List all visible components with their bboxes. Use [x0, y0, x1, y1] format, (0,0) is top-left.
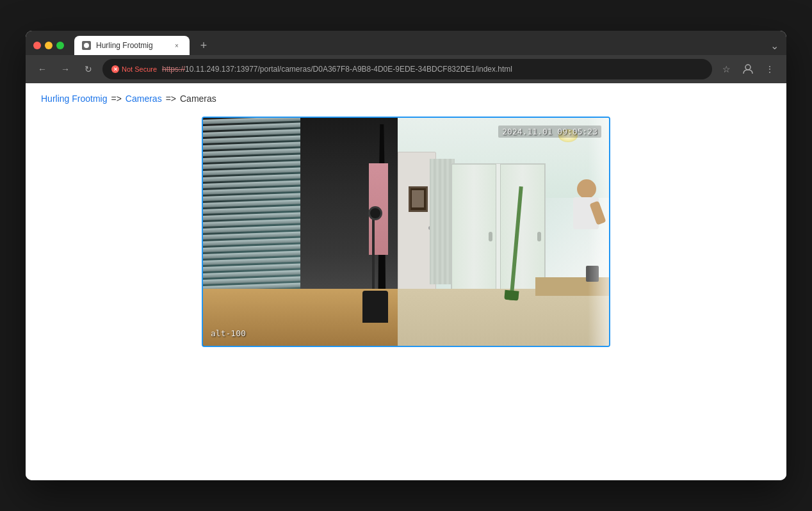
- reload-button[interactable]: ↻: [79, 60, 97, 78]
- fan-stand: [372, 209, 375, 300]
- breadcrumb-cameras-link[interactable]: Cameras: [126, 93, 162, 104]
- not-secure-label: Not Secure: [122, 65, 157, 73]
- active-tab[interactable]: Hurling Frootmig ×: [74, 36, 190, 55]
- breadcrumb: Hurling Frootmig => Cameras => Cameras: [41, 93, 771, 104]
- tab-favicon: [82, 41, 91, 50]
- closet-handle-left: [489, 232, 492, 241]
- url-bar-row: ← → ↻ ✕ Not Secure https://10.11.249.137…: [26, 55, 786, 83]
- closet: [451, 163, 546, 300]
- broom-head: [504, 290, 519, 301]
- camera-feed[interactable]: 2024.11.01 09:05:23 alt-100: [202, 117, 610, 347]
- url-bar[interactable]: ✕ Not Secure https://10.11.249.137:13977…: [102, 59, 712, 79]
- menu-button[interactable]: ⋮: [761, 60, 779, 78]
- breadcrumb-home-link[interactable]: Hurling Frootmig: [41, 93, 107, 104]
- forward-button[interactable]: →: [56, 60, 74, 78]
- camera-label-overlay: alt-100: [211, 328, 246, 338]
- person-figure: [563, 179, 605, 305]
- back-button[interactable]: ←: [33, 60, 51, 78]
- fan-head: [368, 206, 382, 220]
- url-bar-actions: ☆ ⋮: [717, 60, 779, 78]
- camera-container: 2024.11.01 09:05:23 alt-100: [41, 117, 771, 347]
- svg-point-0: [84, 43, 89, 48]
- close-button[interactable]: [33, 42, 41, 49]
- minimize-button[interactable]: [45, 42, 53, 49]
- closet-door-left: [451, 164, 496, 300]
- closet-handle-right: [537, 232, 541, 241]
- timestamp-overlay: 2024.11.01 09:05:23: [498, 126, 601, 138]
- url-text: https://10.11.249.137:13977/portal/camer…: [162, 65, 512, 74]
- camera-left-panel: [203, 118, 398, 346]
- not-secure-indicator: ✕ Not Secure: [111, 65, 157, 73]
- tab-row: Hurling Frootmig × + ⌄: [26, 31, 786, 55]
- picture-inner: [412, 190, 424, 207]
- svg-point-1: [745, 65, 751, 70]
- breadcrumb-sep-1: =>: [111, 93, 121, 104]
- bookmark-button[interactable]: ☆: [717, 60, 735, 78]
- page-content: Hurling Frootmig => Cameras => Cameras: [26, 83, 786, 480]
- tab-list-button[interactable]: ⌄: [770, 40, 779, 52]
- tab-close-button[interactable]: ×: [172, 40, 182, 51]
- camera-right-panel: [398, 118, 609, 346]
- browser-window: Hurling Frootmig × + ⌄ ← → ↻ ✕ Not Secur…: [26, 31, 786, 480]
- traffic-lights: [33, 42, 64, 49]
- tab-title-text: Hurling Frootmig: [96, 41, 166, 50]
- chair: [362, 291, 388, 323]
- url-protocol: https://: [162, 65, 185, 74]
- person-head: [577, 179, 596, 199]
- url-path: 10.11.249.137:13977/portal/cameras/D0A36…: [185, 65, 512, 74]
- breadcrumb-current: Cameras: [180, 93, 216, 104]
- maximize-button[interactable]: [56, 42, 64, 49]
- breadcrumb-sep-2: =>: [166, 93, 176, 104]
- picture-frame: [409, 186, 428, 212]
- new-tab-button[interactable]: +: [195, 36, 213, 54]
- title-bar: Hurling Frootmig × + ⌄ ← → ↻ ✕ Not Secur…: [26, 31, 786, 83]
- profile-button[interactable]: [739, 60, 757, 78]
- not-secure-icon: ✕: [111, 65, 119, 73]
